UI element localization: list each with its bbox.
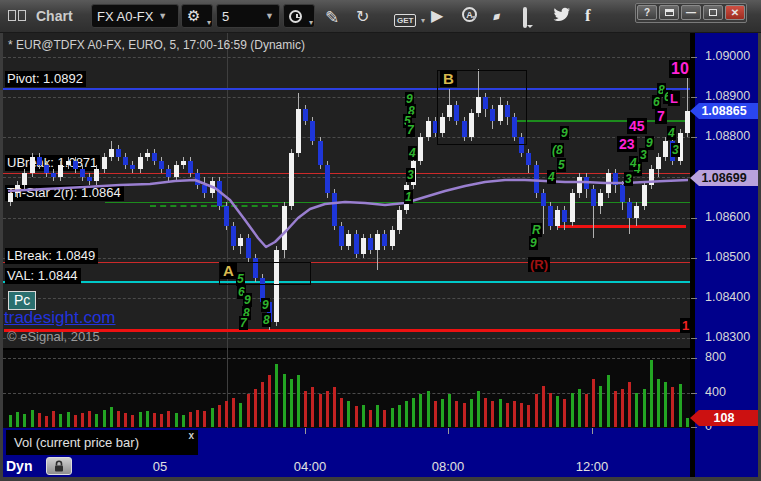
comment-button[interactable] [523,9,527,27]
candle[interactable] [37,157,42,165]
candle[interactable] [346,234,351,246]
chevron-down-icon[interactable]: ▼ [265,11,274,21]
candle[interactable] [73,161,78,169]
candle[interactable] [130,165,135,169]
candle[interactable] [649,169,654,185]
twitter-share-button[interactable] [553,7,571,26]
candle[interactable] [562,210,567,222]
get-data-button[interactable]: GET ▾ [394,9,425,27]
candle[interactable] [202,185,207,193]
candle[interactable] [22,173,27,185]
candle[interactable] [66,161,71,165]
candle[interactable] [368,238,373,250]
candle[interactable] [188,161,193,173]
maximize-button[interactable] [703,5,723,20]
candle[interactable] [534,165,539,193]
candle[interactable] [51,173,56,177]
candle[interactable] [87,177,92,181]
candle[interactable] [296,109,301,153]
candle[interactable] [303,109,308,121]
candle[interactable] [174,165,179,177]
candle[interactable] [570,193,575,222]
draw-tool-button[interactable]: ✎ [325,7,339,28]
candle[interactable] [195,173,200,185]
candle[interactable] [231,226,236,246]
candle[interactable] [246,238,251,258]
close-icon[interactable]: x [188,430,194,441]
candle[interactable] [397,210,402,230]
candle[interactable] [44,165,49,173]
candle[interactable] [591,189,596,206]
play-button[interactable]: ▶ [431,6,443,25]
candle[interactable] [238,238,243,246]
candle[interactable] [138,157,143,169]
candle[interactable] [166,169,171,177]
interval-input[interactable]: 5 ▼ [216,4,280,28]
candle[interactable] [555,210,560,226]
candle[interactable] [289,153,294,206]
candle[interactable] [80,169,85,177]
candle[interactable] [584,177,589,189]
symbol-settings-button[interactable]: ⚙ ▾ [181,4,213,28]
candle[interactable] [224,206,229,226]
candle[interactable] [656,157,661,169]
volume-bar [81,413,84,427]
symbol-input[interactable]: FX A0-FX ▼ [91,4,179,28]
facebook-share-button[interactable]: f [585,6,591,26]
candle[interactable] [30,157,35,173]
candle[interactable] [390,230,395,246]
candle[interactable] [663,141,668,157]
candle[interactable] [325,165,330,193]
candle[interactable] [354,234,359,254]
candle[interactable] [310,121,315,141]
lock-button[interactable] [46,457,72,475]
candle[interactable] [634,206,639,218]
candle[interactable] [361,238,366,254]
candle[interactable] [102,157,107,169]
candle[interactable] [109,149,114,157]
candle[interactable] [339,226,344,246]
candle[interactable] [8,193,13,202]
candle[interactable] [375,234,380,250]
refresh-button[interactable]: ↻ [356,7,369,26]
price-tag-button[interactable]: ⬧ [489,7,507,25]
candle[interactable] [116,149,121,157]
time-settings-button[interactable]: ▾ [283,4,315,28]
candle[interactable] [526,153,531,165]
candle[interactable] [282,206,287,250]
candle[interactable] [274,250,279,322]
auto-trade-button[interactable]: A ▾ [462,7,477,22]
candle[interactable] [620,185,625,202]
dock-button[interactable] [659,5,679,20]
candle[interactable] [642,185,647,206]
candle[interactable] [598,193,603,206]
candle[interactable] [94,169,99,181]
candle[interactable] [613,173,618,185]
candle[interactable] [152,153,157,161]
candle[interactable] [606,173,611,193]
help-button[interactable]: ? [637,5,657,20]
candle[interactable] [548,206,553,226]
chevron-down-icon[interactable]: ▼ [158,11,167,21]
candle[interactable] [426,121,431,137]
candle[interactable] [145,153,150,157]
candle[interactable] [627,202,632,218]
minimize-button[interactable]: — [681,5,701,20]
dyn-mode-label[interactable]: Dyn [6,458,32,474]
candle[interactable] [318,141,323,165]
candle[interactable] [181,161,186,165]
candle[interactable] [541,193,546,206]
candle[interactable] [418,137,423,161]
candle[interactable] [58,165,63,177]
candle[interactable] [332,193,337,226]
volume-indicator-tab[interactable]: Vol (current price bar) x [6,430,198,455]
close-button[interactable]: ✕ [725,5,745,20]
candle[interactable] [210,181,215,193]
candle[interactable] [217,181,222,206]
candle[interactable] [685,111,690,133]
candle[interactable] [15,185,20,193]
candle[interactable] [159,161,164,169]
candle[interactable] [577,177,582,193]
candle[interactable] [382,234,387,246]
candle[interactable] [123,157,128,165]
